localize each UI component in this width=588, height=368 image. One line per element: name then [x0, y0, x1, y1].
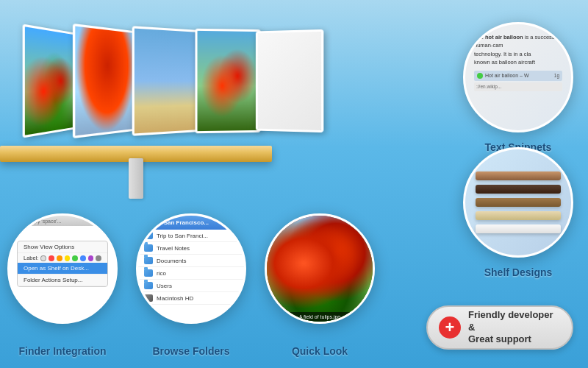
browse-item-6: Macintosh HD — [138, 292, 244, 305]
folder-icon-1 — [144, 232, 153, 239]
support-button[interactable]: + Friendly developer & Great support — [426, 305, 573, 350]
photo-card-3 — [132, 26, 198, 136]
browse-folders-content: Trip to San Francisco... Trip to San Fra… — [138, 216, 244, 322]
quick-look-circle: A field of tulips.jpg — [265, 213, 375, 324]
label-color-blue — [80, 255, 86, 261]
browse-item-4: rico — [138, 267, 244, 280]
label-color-green — [72, 255, 78, 261]
finder-menu: Show View Options Label: Open as Shelf o… — [17, 241, 108, 287]
snippet-text: The hot air balloon is a successful huma… — [474, 34, 561, 66]
shelf-designs-circle — [463, 147, 573, 258]
finder-integration-content: py 'space'... Show View Options Label: O… — [10, 216, 115, 322]
finder-menu-show-view: Show View Options — [18, 241, 107, 253]
finder-close-button — [13, 219, 18, 224]
label-color-gray — [96, 255, 101, 261]
shelf-container — [0, 15, 279, 206]
label-color-purple — [88, 255, 94, 261]
text-snippets-circle: The hot air balloon is a successful huma… — [463, 22, 573, 132]
photo-card-4 — [195, 29, 260, 133]
url-bar: ://en.wikip... — [474, 82, 562, 91]
shelf-photos — [22, 29, 353, 132]
browse-item-3: Documents — [138, 255, 244, 267]
folder-icon-3 — [144, 257, 153, 264]
label-color-red — [49, 255, 54, 261]
folder-icon-5 — [144, 282, 153, 289]
shelf-strip-white — [476, 224, 560, 233]
hd-icon — [144, 294, 153, 302]
shelf-strip-med — [476, 198, 560, 207]
finder-integration-label: Finder Integration — [7, 345, 118, 357]
label-color-none — [40, 255, 46, 261]
label-color-yellow — [65, 255, 71, 261]
text-snippets-content: The hot air balloon is a successful huma… — [465, 24, 571, 130]
browse-item-5: Users — [138, 280, 244, 292]
plus-icon: + — [439, 316, 461, 339]
finder-title-bar: py 'space'... — [10, 216, 115, 226]
snippet-bar: Hot air balloon – W 1g — [474, 71, 562, 81]
finder-menu-open-shelf: Open as Shelf on Desk... — [18, 263, 107, 275]
shelf-strip-light — [476, 211, 560, 220]
folder-icon-4 — [144, 269, 153, 277]
quick-look-content: A field of tulips.jpg — [267, 216, 373, 322]
quicklook-caption: A field of tulips.jpg — [267, 312, 373, 322]
support-text: Friendly developer & Great support — [468, 309, 561, 347]
support-line1: Friendly developer & — [468, 309, 561, 334]
browse-item-1: Trip to San Franci... — [138, 230, 244, 242]
shelf-strip-wood — [476, 171, 560, 180]
label-color-orange — [57, 255, 62, 261]
shelf-strip-dark — [476, 185, 560, 194]
shelf-designs-label: Shelf Designs — [456, 266, 581, 278]
folder-icon-2 — [144, 244, 153, 252]
browse-item-2: Travel Notes — [138, 242, 244, 255]
shelf-designs-content — [465, 149, 571, 255]
shelf-bracket — [129, 158, 143, 199]
green-dot-icon — [477, 73, 483, 79]
browse-folders-label: Browse Folders — [136, 345, 246, 357]
photo-card-2 — [73, 24, 137, 138]
tulip-image — [267, 216, 373, 322]
finder-min-button — [20, 219, 25, 224]
finder-label-row: Label: — [18, 253, 107, 263]
finder-integration-circle: py 'space'... Show View Options Label: O… — [7, 213, 118, 324]
support-line2: Great support — [468, 333, 561, 346]
quick-look-label: Quick Look — [265, 345, 375, 357]
finder-title-text: py 'space'... — [35, 219, 62, 224]
finder-menu-folder-actions: Folder Actions Setup... — [18, 275, 107, 286]
photo-card-5 — [256, 29, 323, 132]
browse-folders-circle: Trip to San Francisco... Trip to San Fra… — [136, 213, 246, 324]
browse-title: Trip to San Francisco... — [138, 216, 244, 230]
finder-max-button — [26, 219, 32, 224]
